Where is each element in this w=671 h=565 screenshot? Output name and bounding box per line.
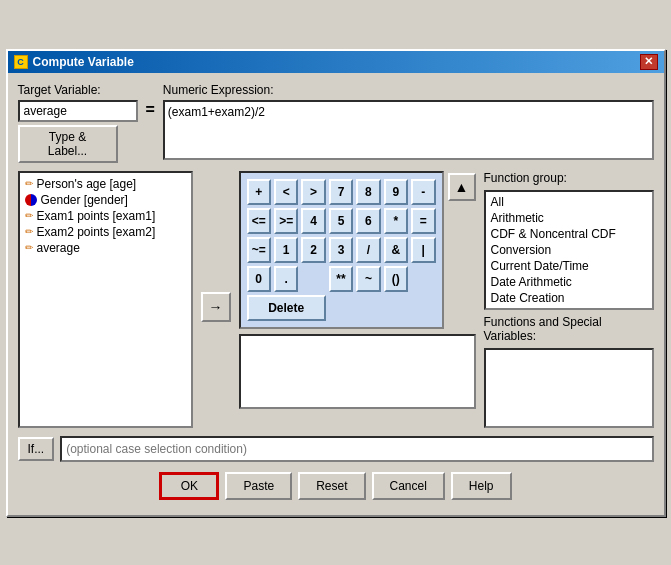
function-group-item[interactable]: Arithmetic bbox=[488, 210, 650, 226]
btn-7[interactable]: 7 bbox=[329, 179, 353, 205]
function-group-item[interactable]: Current Date/Time bbox=[488, 258, 650, 274]
btn-1[interactable]: 1 bbox=[274, 237, 298, 263]
target-label: Target Variable: bbox=[18, 83, 138, 97]
function-group-item[interactable]: All bbox=[488, 194, 650, 210]
action-buttons: OK Paste Reset Cancel Help bbox=[18, 472, 654, 505]
right-panel: Function group: AllArithmeticCDF & Nonce… bbox=[484, 171, 654, 428]
btn-parens[interactable]: () bbox=[384, 266, 408, 292]
paste-button[interactable]: Paste bbox=[225, 472, 292, 500]
btn-eq[interactable]: = bbox=[411, 208, 435, 234]
equals-sign: = bbox=[146, 101, 155, 119]
left-panel: ✏Person's age [age]Gender [gender]✏Exam1… bbox=[18, 171, 193, 428]
btn-plus[interactable]: + bbox=[247, 179, 271, 205]
title-bar-left: C Compute Variable bbox=[14, 55, 134, 69]
btn-lt[interactable]: < bbox=[274, 179, 298, 205]
btn-0[interactable]: 0 bbox=[247, 266, 271, 292]
btn-8[interactable]: 8 bbox=[356, 179, 380, 205]
function-group-item[interactable]: Date Creation bbox=[488, 290, 650, 306]
btn-neq[interactable]: ~= bbox=[247, 237, 271, 263]
variables-list[interactable]: ✏Person's age [age]Gender [gender]✏Exam1… bbox=[18, 171, 193, 428]
if-button[interactable]: If... bbox=[18, 437, 55, 461]
up-arrow-container: ▲ bbox=[448, 171, 476, 204]
btn-9[interactable]: 9 bbox=[384, 179, 408, 205]
function-group-list[interactable]: AllArithmeticCDF & Noncentral CDFConvers… bbox=[484, 190, 654, 310]
function-group-item[interactable]: CDF & Noncentral CDF bbox=[488, 226, 650, 242]
variable-icon: ✏ bbox=[25, 242, 33, 253]
close-button[interactable]: ✕ bbox=[640, 54, 658, 70]
variable-label: average bbox=[37, 241, 80, 255]
list-item[interactable]: Gender [gender] bbox=[23, 192, 188, 208]
variable-icon: ✏ bbox=[25, 226, 33, 237]
btn-lte[interactable]: <= bbox=[247, 208, 271, 234]
btn-4[interactable]: 4 bbox=[301, 208, 325, 234]
bottom-section: If... bbox=[18, 436, 654, 462]
btn-delete[interactable]: Delete bbox=[247, 295, 326, 321]
btn-6[interactable]: 6 bbox=[356, 208, 380, 234]
main-window: C Compute Variable ✕ Target Variable: Ty… bbox=[6, 49, 666, 517]
arrow-right-button[interactable]: → bbox=[201, 292, 231, 322]
variable-label: Gender [gender] bbox=[41, 193, 128, 207]
btn-or[interactable]: | bbox=[411, 237, 435, 263]
btn-minus[interactable]: - bbox=[411, 179, 435, 205]
type-label-button[interactable]: Type & Label... bbox=[18, 125, 118, 163]
btn-dot[interactable]: . bbox=[274, 266, 298, 292]
calc-area: + < > 7 8 9 - <= >= 4 5 6 bbox=[239, 171, 476, 329]
center-panel: + < > 7 8 9 - <= >= 4 5 6 bbox=[239, 171, 476, 428]
numeric-label: Numeric Expression: bbox=[163, 83, 654, 97]
window-body: Target Variable: Type & Label... = Numer… bbox=[8, 73, 664, 515]
target-input[interactable] bbox=[18, 100, 138, 122]
btn-2[interactable]: 2 bbox=[301, 237, 325, 263]
btn-tilde[interactable]: ~ bbox=[356, 266, 380, 292]
function-group-item[interactable]: Conversion bbox=[488, 242, 650, 258]
variable-icon: ✏ bbox=[25, 210, 33, 221]
arrow-section: → bbox=[201, 171, 231, 428]
list-item[interactable]: ✏Exam2 points [exam2] bbox=[23, 224, 188, 240]
btn-empty bbox=[301, 266, 325, 292]
list-item[interactable]: ✏Person's age [age] bbox=[23, 176, 188, 192]
calc-bottom-textarea[interactable] bbox=[239, 334, 476, 409]
btn-5[interactable]: 5 bbox=[329, 208, 353, 234]
btn-3[interactable]: 3 bbox=[329, 237, 353, 263]
window-title: Compute Variable bbox=[33, 55, 134, 69]
btn-power[interactable]: ** bbox=[329, 266, 353, 292]
function-group-item[interactable]: Date Arithmetic bbox=[488, 274, 650, 290]
calc-buttons: + < > 7 8 9 - <= >= 4 5 6 bbox=[239, 171, 444, 329]
variable-icon bbox=[25, 193, 37, 207]
btn-gt[interactable]: > bbox=[301, 179, 325, 205]
functions-special-list[interactable] bbox=[484, 348, 654, 428]
target-section: Target Variable: Type & Label... bbox=[18, 83, 138, 163]
up-arrow-button[interactable]: ▲ bbox=[448, 173, 476, 201]
numeric-section: Numeric Expression: bbox=[163, 83, 654, 160]
variable-label: Exam1 points [exam1] bbox=[37, 209, 156, 223]
title-bar: C Compute Variable ✕ bbox=[8, 51, 664, 73]
variable-icon: ✏ bbox=[25, 178, 33, 189]
cancel-button[interactable]: Cancel bbox=[372, 472, 445, 500]
btn-gte[interactable]: >= bbox=[274, 208, 298, 234]
ok-button[interactable]: OK bbox=[159, 472, 219, 500]
case-selection-input[interactable] bbox=[60, 436, 653, 462]
variable-label: Person's age [age] bbox=[37, 177, 137, 191]
list-item[interactable]: ✏average bbox=[23, 240, 188, 256]
btn-divide[interactable]: / bbox=[356, 237, 380, 263]
functions-special-label: Functions and Special Variables: bbox=[484, 315, 654, 343]
btn-and[interactable]: & bbox=[384, 237, 408, 263]
help-button[interactable]: Help bbox=[451, 472, 512, 500]
calc-grid-container: + < > 7 8 9 - <= >= 4 5 6 bbox=[239, 171, 444, 329]
numeric-expression-input[interactable] bbox=[163, 100, 654, 160]
function-group-label: Function group: bbox=[484, 171, 654, 185]
target-input-row bbox=[18, 100, 138, 122]
top-row: Target Variable: Type & Label... = Numer… bbox=[18, 83, 654, 163]
variable-label: Exam2 points [exam2] bbox=[37, 225, 156, 239]
window-icon: C bbox=[14, 55, 28, 69]
reset-button[interactable]: Reset bbox=[298, 472, 365, 500]
middle-row: ✏Person's age [age]Gender [gender]✏Exam1… bbox=[18, 171, 654, 428]
btn-multiply[interactable]: * bbox=[384, 208, 408, 234]
list-item[interactable]: ✏Exam1 points [exam1] bbox=[23, 208, 188, 224]
